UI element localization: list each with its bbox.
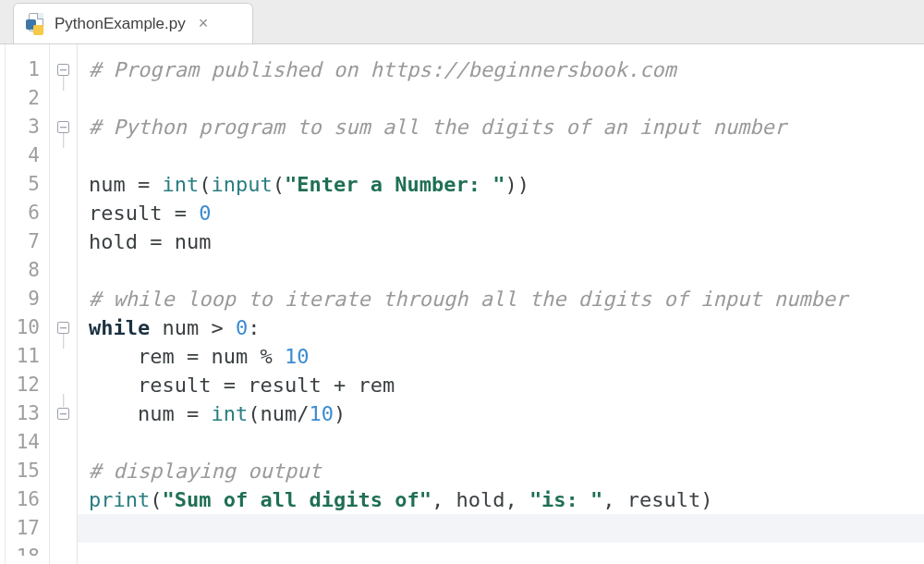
fold-slot xyxy=(50,399,77,428)
token-num: 10 xyxy=(285,345,310,368)
token-op: )) xyxy=(505,173,529,196)
code-line[interactable] xyxy=(89,141,924,170)
token-id: hold xyxy=(89,230,150,253)
token-num: 0 xyxy=(236,316,248,339)
token-bi: print xyxy=(89,488,150,511)
line-number[interactable]: 18 xyxy=(6,543,49,556)
line-number[interactable]: 1 xyxy=(6,55,49,84)
code-line[interactable]: # displaying output xyxy=(89,457,924,485)
token-op: ( xyxy=(199,173,211,196)
code-line[interactable]: result = result + rem xyxy=(89,371,924,399)
fold-gutter[interactable] xyxy=(50,44,78,564)
line-number[interactable]: 4 xyxy=(6,141,49,170)
fold-toggle-icon[interactable] xyxy=(57,408,69,420)
token-id: num xyxy=(175,230,212,253)
code-line[interactable]: while num > 0: xyxy=(89,313,924,342)
line-number[interactable]: 11 xyxy=(6,342,49,371)
token-op: = xyxy=(138,173,163,196)
token-id: result xyxy=(89,374,224,397)
line-number[interactable]: 7 xyxy=(6,227,49,256)
token-num: 10 xyxy=(309,402,334,425)
code-line[interactable]: print("Sum of all digits of", hold, "is:… xyxy=(89,485,924,514)
fold-slot xyxy=(50,285,77,313)
fold-slot xyxy=(50,485,77,514)
code-area[interactable]: # Program published on https://beginners… xyxy=(78,44,924,564)
code-line[interactable]: hold = num xyxy=(89,227,924,256)
python-file-icon xyxy=(25,13,45,35)
token-str: "Sum of all digits of" xyxy=(162,488,431,511)
token-op: , xyxy=(505,488,529,511)
fold-slot xyxy=(50,84,77,113)
token-op: / xyxy=(297,402,309,425)
token-op: = xyxy=(224,374,249,397)
token-op: ( xyxy=(248,402,260,425)
code-line[interactable]: result = 0 xyxy=(89,199,924,227)
line-number[interactable]: 15 xyxy=(6,457,49,485)
code-line[interactable]: # Python program to sum all the digits o… xyxy=(89,113,924,141)
token-op: : xyxy=(248,316,260,339)
token-op: + xyxy=(334,374,359,397)
line-number-gutter[interactable]: 123456789101112131415161718 xyxy=(6,44,50,564)
token-op: , xyxy=(602,488,627,511)
token-op: = xyxy=(187,345,212,368)
line-number[interactable]: 12 xyxy=(6,371,49,399)
code-editor[interactable]: 123456789101112131415161718 # Program pu… xyxy=(0,44,924,564)
fold-slot xyxy=(50,342,77,371)
tab-bar: PythonExample.py × xyxy=(0,0,924,44)
line-number[interactable]: 2 xyxy=(6,84,49,113)
token-id: rem xyxy=(358,374,395,397)
token-op: = xyxy=(187,402,212,425)
line-number[interactable]: 13 xyxy=(6,399,49,428)
code-line[interactable] xyxy=(89,256,924,285)
code-line[interactable] xyxy=(89,428,924,457)
token-bi: int xyxy=(211,402,248,425)
line-number[interactable]: 17 xyxy=(6,514,49,543)
close-icon[interactable]: × xyxy=(199,14,209,33)
line-number[interactable]: 8 xyxy=(6,256,49,285)
fold-slot xyxy=(50,55,77,84)
token-op: ( xyxy=(150,488,162,511)
token-op: % xyxy=(260,345,285,368)
token-cmt: # displaying output xyxy=(89,460,322,483)
token-bi: input xyxy=(211,173,272,196)
token-op: = xyxy=(175,202,200,225)
token-op: ( xyxy=(273,173,285,196)
token-id: num xyxy=(150,316,211,339)
fold-slot xyxy=(50,227,77,256)
fold-slot xyxy=(50,428,77,457)
code-line[interactable]: # while loop to iterate through all the … xyxy=(89,285,924,313)
code-line[interactable] xyxy=(78,514,924,543)
fold-slot xyxy=(50,256,77,285)
line-number[interactable]: 3 xyxy=(6,113,49,141)
line-number[interactable]: 5 xyxy=(6,170,49,199)
token-op: = xyxy=(150,230,175,253)
code-line[interactable]: # Program published on https://beginners… xyxy=(89,55,924,84)
token-cmt: # Program published on https://beginners… xyxy=(89,58,676,81)
fold-slot xyxy=(50,514,77,543)
fold-slot xyxy=(50,170,77,199)
line-number[interactable]: 9 xyxy=(6,285,49,313)
token-id: num xyxy=(211,345,260,368)
code-line[interactable]: num = int(input("Enter a Number: ")) xyxy=(89,170,924,199)
line-number[interactable]: 6 xyxy=(6,199,49,227)
token-id: num xyxy=(89,173,138,196)
line-number[interactable]: 14 xyxy=(6,428,49,457)
token-cmt: # Python program to sum all the digits o… xyxy=(89,116,786,139)
tab-python-example[interactable]: PythonExample.py × xyxy=(13,3,253,43)
fold-toggle-icon[interactable] xyxy=(57,64,69,76)
fold-slot xyxy=(50,141,77,170)
token-str: "Enter a Number: " xyxy=(285,173,505,196)
fold-slot xyxy=(50,113,77,141)
code-line[interactable] xyxy=(89,84,924,113)
line-number[interactable]: 10 xyxy=(6,313,49,342)
token-id: rem xyxy=(89,345,187,368)
code-line[interactable]: num = int(num/10) xyxy=(89,399,924,428)
line-number[interactable]: 16 xyxy=(6,485,49,514)
token-id: num xyxy=(260,402,297,425)
token-id: hold xyxy=(456,488,505,511)
fold-toggle-icon[interactable] xyxy=(57,121,69,133)
token-num: 0 xyxy=(199,202,211,225)
code-line[interactable]: rem = num % 10 xyxy=(89,342,924,371)
fold-toggle-icon[interactable] xyxy=(57,322,69,334)
token-bi: int xyxy=(162,173,199,196)
